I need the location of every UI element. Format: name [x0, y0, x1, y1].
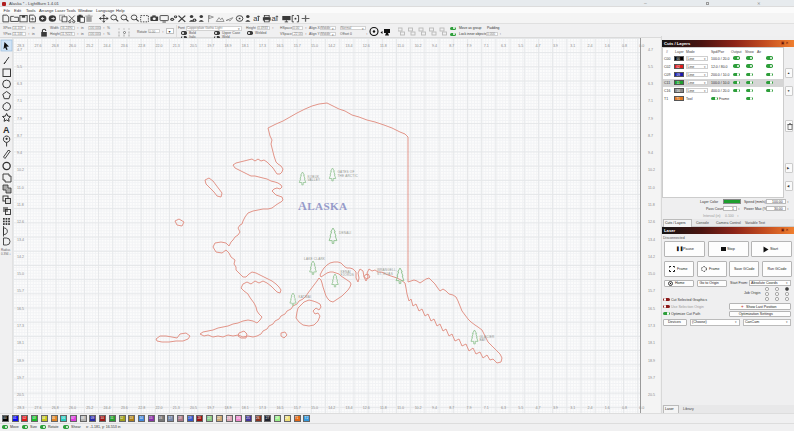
svg-text:ST. ELIAS: ST. ELIAS [377, 272, 393, 276]
svg-text:THE ARCTIC: THE ARCTIC [338, 174, 359, 178]
svg-text:FJORDS: FJORDS [341, 273, 355, 277]
svg-text:BAY: BAY [480, 338, 487, 342]
svg-text:DENALI: DENALI [339, 231, 351, 235]
svg-text:LAKE CLARK: LAKE CLARK [304, 257, 326, 261]
svg-text:KATMAI: KATMAI [299, 295, 312, 299]
svg-text:ALASKA: ALASKA [298, 199, 347, 213]
svg-text:VALLEY: VALLEY [308, 178, 321, 182]
